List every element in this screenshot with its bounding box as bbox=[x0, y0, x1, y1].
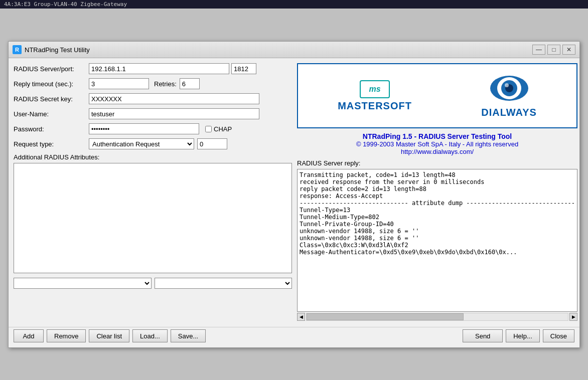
timeout-input[interactable] bbox=[89, 78, 149, 89]
left-panel: RADIUS Server/port: Reply timeout (sec.)… bbox=[14, 63, 292, 321]
window-title: NTRadPing Test Utility bbox=[25, 46, 90, 54]
maximize-button[interactable]: □ bbox=[547, 45, 560, 55]
secret-label: RADIUS Secret key: bbox=[14, 95, 89, 103]
secret-input[interactable] bbox=[89, 93, 259, 104]
ms-badge: ms bbox=[360, 80, 390, 98]
radius-reply-label: RADIUS Server reply: bbox=[297, 159, 577, 167]
chap-label[interactable]: CHAP bbox=[214, 125, 232, 133]
horizontal-scrollbar: ◀ ▶ bbox=[297, 313, 577, 321]
retries-input[interactable] bbox=[180, 78, 200, 89]
port-input[interactable] bbox=[231, 63, 256, 74]
username-label: User-Name: bbox=[14, 110, 89, 118]
branding-area: ms MASTERSOFT bbox=[297, 63, 577, 128]
app-title-line3: http://www.dialways.com/ bbox=[297, 148, 577, 155]
title-bar-left: R NTRadPing Test Utility bbox=[13, 45, 90, 54]
server-label: RADIUS Server/port: bbox=[14, 65, 89, 73]
app-title-area: NTRadPing 1.5 - RADIUS Server Testing To… bbox=[297, 132, 577, 155]
main-content: RADIUS Server/port: Reply timeout (sec.)… bbox=[9, 58, 579, 326]
help-button[interactable]: Help... bbox=[506, 329, 540, 342]
app-icon: R bbox=[13, 45, 22, 54]
left-buttons: Add Remove Clear list Load... Save... bbox=[14, 329, 206, 342]
request-id-input[interactable] bbox=[197, 138, 227, 149]
mastersoft-text: MASTERSOFT bbox=[338, 100, 412, 112]
password-label: Password: bbox=[14, 125, 89, 133]
add-button[interactable]: Add bbox=[14, 329, 44, 342]
title-bar-controls: — □ ✕ bbox=[532, 45, 575, 55]
request-type-label: Request type: bbox=[14, 140, 89, 148]
close-window-button[interactable]: ✕ bbox=[562, 45, 575, 55]
clear-list-button[interactable]: Clear list bbox=[89, 329, 129, 342]
dialways-text: DIALWAYS bbox=[481, 107, 537, 118]
chap-checkbox[interactable] bbox=[205, 126, 212, 132]
timeout-row: Reply timeout (sec.): Retries: bbox=[14, 78, 292, 89]
app-title-line2: © 1999-2003 Master Soft SpA - Italy - Al… bbox=[297, 140, 577, 148]
username-row: User-Name: bbox=[14, 108, 292, 119]
title-bar: R NTRadPing Test Utility — □ ✕ bbox=[9, 42, 579, 58]
attributes-label: Additional RADIUS Attributes: bbox=[14, 153, 292, 161]
send-button[interactable]: Send bbox=[463, 329, 503, 342]
scroll-track[interactable] bbox=[306, 313, 568, 321]
scroll-right-button[interactable]: ▶ bbox=[569, 313, 577, 321]
chap-checkbox-wrapper: CHAP bbox=[205, 125, 232, 133]
server-input[interactable] bbox=[89, 63, 229, 74]
attributes-textarea[interactable] bbox=[14, 163, 292, 273]
reply-output: Transmitting packet, code=1 id=13 length… bbox=[297, 169, 577, 312]
right-panel: ms MASTERSOFT bbox=[297, 63, 577, 321]
bottom-dropdowns bbox=[14, 278, 292, 289]
scroll-left-button[interactable]: ◀ bbox=[297, 313, 305, 321]
retries-label: Retries: bbox=[154, 80, 177, 88]
password-input[interactable] bbox=[89, 123, 199, 134]
request-type-select[interactable]: Authentication Request bbox=[89, 138, 194, 149]
scroll-thumb[interactable] bbox=[307, 313, 464, 320]
server-row: RADIUS Server/port: bbox=[14, 63, 292, 74]
attribute-value-select[interactable] bbox=[155, 278, 292, 289]
request-type-row: Request type: Authentication Request bbox=[14, 138, 292, 149]
minimize-button[interactable]: — bbox=[532, 45, 545, 55]
remove-button[interactable]: Remove bbox=[47, 329, 86, 342]
mastersoft-logo: ms MASTERSOFT bbox=[338, 80, 412, 112]
load-button[interactable]: Load... bbox=[132, 329, 168, 342]
attribute-type-select[interactable] bbox=[14, 278, 152, 289]
close-button[interactable]: Close bbox=[543, 329, 574, 342]
main-window: R NTRadPing Test Utility — □ ✕ RADIUS Se… bbox=[8, 41, 580, 348]
username-input[interactable] bbox=[89, 108, 259, 119]
app-title-line1: NTRadPing 1.5 - RADIUS Server Testing To… bbox=[297, 132, 577, 140]
timeout-label: Reply timeout (sec.): bbox=[14, 80, 89, 88]
right-buttons: Send Help... Close bbox=[463, 329, 574, 342]
eye-icon bbox=[489, 73, 529, 105]
svg-point-4 bbox=[505, 83, 509, 87]
reply-content: Transmitting packet, code=1 id=13 length… bbox=[300, 171, 575, 256]
taskbar: 4A:3A:E3 Group-VLAN-40 Zigbee-Gateway bbox=[0, 0, 588, 9]
secret-row: RADIUS Secret key: bbox=[14, 93, 292, 104]
attributes-section: Additional RADIUS Attributes: bbox=[14, 153, 292, 275]
save-button[interactable]: Save... bbox=[171, 329, 206, 342]
password-row: Password: CHAP bbox=[14, 123, 292, 134]
dialways-logo: DIALWAYS bbox=[481, 73, 537, 118]
